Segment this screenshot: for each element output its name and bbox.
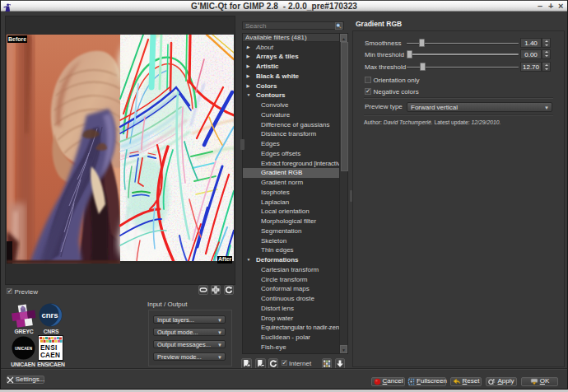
svg-text:UNΙCΑEN: UNΙCΑEN [15,347,33,351]
svg-text:cnrs: cnrs [41,310,58,320]
svg-text:ENSI: ENSI [40,344,58,352]
svg-text:CAEN: CAEN [40,352,60,359]
